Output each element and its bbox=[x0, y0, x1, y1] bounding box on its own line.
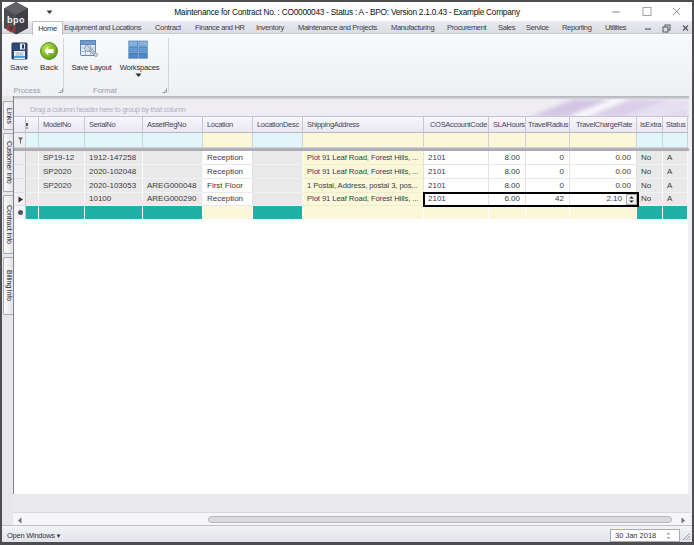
svg-text:bpo: bpo bbox=[7, 15, 25, 25]
